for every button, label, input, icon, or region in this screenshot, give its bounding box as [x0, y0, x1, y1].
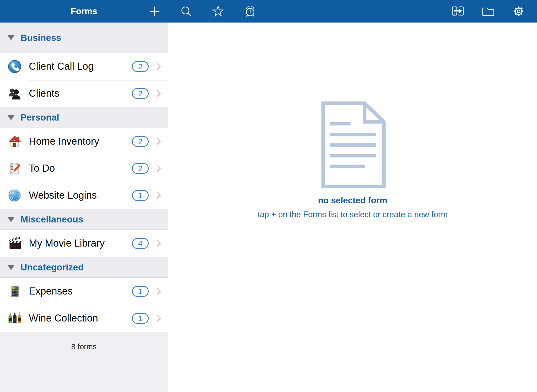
toolbar-left-group	[180, 5, 256, 18]
search-button[interactable]	[180, 5, 192, 18]
plus-icon	[149, 6, 160, 17]
phone-icon	[7, 59, 22, 74]
record-count-badge: 1	[132, 190, 149, 201]
chevron-right-icon	[154, 315, 161, 322]
disclosure-triangle-icon	[7, 265, 15, 270]
chevron-right-icon	[154, 138, 161, 145]
add-form-button[interactable]	[149, 6, 160, 17]
chevron-right-icon	[154, 90, 161, 97]
calculator-icon: 1368	[7, 284, 22, 299]
document-icon	[319, 101, 386, 189]
chevron-right-icon	[154, 165, 161, 172]
reminders-button[interactable]	[244, 5, 256, 18]
main-toolbar	[168, 0, 537, 23]
section-header-uncategorized[interactable]: Uncategorized	[0, 257, 168, 278]
empty-state-subtitle: tap + on the Forms list to select or cre…	[258, 210, 448, 219]
search-icon	[180, 5, 192, 18]
empty-state-title: no selected form	[318, 195, 387, 205]
section-header-miscellaneous[interactable]: Miscellaneous	[0, 209, 168, 230]
clapper-display-text: 03 06 57	[9, 245, 20, 247]
form-row-home-inventory[interactable]: Home Inventory 2	[0, 128, 168, 155]
forms-app-window: Forms	[0, 0, 537, 392]
section-miscellaneous: Miscellaneous 03 06 57	[0, 209, 168, 257]
folder-icon	[481, 4, 495, 18]
star-icon	[212, 5, 224, 18]
section-uncategorized: Uncategorized 1368	[0, 257, 168, 332]
chevron-right-icon	[154, 240, 161, 247]
globe-icon	[7, 188, 22, 203]
settings-button[interactable]	[512, 4, 525, 18]
chevron-right-icon	[154, 192, 161, 199]
notepad-icon	[7, 161, 22, 176]
form-name: Wine Collection	[29, 313, 98, 324]
disclosure-triangle-icon	[7, 217, 15, 222]
record-count-badge: 2	[132, 88, 149, 99]
record-count-badge: 2	[132, 163, 149, 174]
form-name: Expenses	[29, 286, 73, 297]
disclosure-triangle-icon	[7, 115, 15, 120]
top-toolbar: Forms	[0, 0, 537, 23]
clapperboard-icon: 03 06 57	[7, 236, 22, 251]
record-count-badge: 1	[132, 313, 149, 324]
record-count-badge: 1	[132, 286, 149, 297]
forms-count-footer: 8 forms	[0, 332, 168, 392]
disclosure-triangle-icon	[7, 35, 15, 40]
forms-list: Business Client Call Log 2	[0, 23, 168, 392]
people-icon	[7, 86, 22, 101]
section-header-personal[interactable]: Personal	[0, 107, 168, 128]
form-name: To Do	[29, 163, 55, 174]
section-header-business[interactable]: Business	[0, 23, 168, 53]
toolbar-right-group	[451, 4, 525, 18]
form-name: My Movie Library	[29, 238, 105, 249]
form-row-website-logins[interactable]: Website Logins 1	[0, 182, 168, 209]
sidebar-header: Forms	[0, 0, 168, 23]
record-count-badge: 2	[132, 61, 149, 72]
form-row-clients[interactable]: Clients 2	[0, 80, 168, 107]
documents-button[interactable]	[481, 4, 495, 18]
record-count-badge: 4	[132, 238, 149, 249]
section-label: Personal	[20, 112, 59, 123]
section-label: Business	[20, 32, 61, 43]
form-row-expenses[interactable]: 1368 Expenses 1	[0, 278, 168, 305]
wine-bottles-icon	[7, 311, 22, 326]
sync-button[interactable]	[451, 4, 465, 18]
gear-icon	[512, 4, 525, 18]
section-business: Business Client Call Log 2	[0, 23, 168, 107]
calculator-display-text: 1368	[13, 287, 17, 289]
sync-devices-icon	[451, 4, 465, 18]
record-count-badge: 2	[132, 136, 149, 147]
house-icon	[7, 134, 22, 149]
form-row-client-call-log[interactable]: Client Call Log 2	[0, 53, 168, 80]
page-title: Forms	[0, 0, 168, 23]
empty-state: no selected form tap + on the Forms list…	[258, 101, 448, 219]
form-name: Home Inventory	[29, 136, 99, 147]
chevron-right-icon	[154, 288, 161, 295]
favorites-button[interactable]	[212, 5, 224, 18]
alarm-clock-icon	[244, 5, 256, 18]
chevron-right-icon	[154, 63, 161, 70]
section-personal: Personal Home Inventory 2	[0, 107, 168, 209]
form-name: Website Logins	[29, 190, 97, 201]
form-row-wine-collection[interactable]: Wine Collection 1	[0, 305, 168, 332]
form-row-my-movie-library[interactable]: 03 06 57 My Movie Library 4	[0, 230, 168, 257]
form-row-to-do[interactable]: To Do 2	[0, 155, 168, 182]
detail-panel: no selected form tap + on the Forms list…	[168, 23, 537, 392]
section-label: Miscellaneous	[20, 214, 83, 225]
section-label: Uncategorized	[20, 262, 84, 273]
form-name: Clients	[29, 88, 59, 99]
form-name: Client Call Log	[29, 61, 94, 72]
